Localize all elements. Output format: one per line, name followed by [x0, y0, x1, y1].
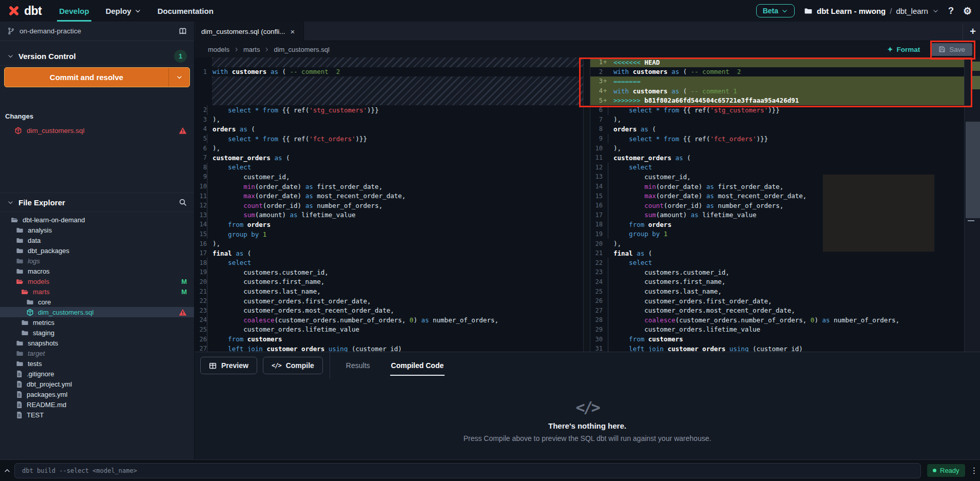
commit-dropdown-toggle[interactable]: [169, 74, 189, 81]
code-line[interactable]: 8 select: [195, 163, 583, 172]
tree-item-tests[interactable]: tests: [0, 358, 194, 369]
code-line[interactable]: 24 customers.first_name,: [590, 277, 964, 287]
tree-item-analysis[interactable]: analysis: [0, 225, 194, 235]
code-line[interactable]: 25 customer_orders.lifetime_value: [195, 325, 583, 335]
file-explorer-header[interactable]: File Explorer: [0, 193, 194, 212]
tree-item-marts[interactable]: martsM: [0, 286, 194, 297]
breadcrumb-marts[interactable]: marts: [243, 46, 260, 53]
code-line[interactable]: 12 count(order_id) as number_of_orders,: [195, 201, 583, 210]
tree-item-dbt-learn-on-demand[interactable]: dbt-learn-on-demand: [0, 215, 194, 225]
code-line[interactable]: 11 max(order_date) as most_recent_order_…: [195, 191, 583, 201]
code-line[interactable]: 30 from customers: [590, 334, 964, 344]
code-line[interactable]: 15 group by 1: [195, 229, 583, 239]
docs-book-icon[interactable]: [179, 27, 187, 35]
tree-item-core[interactable]: core: [0, 297, 194, 307]
code-line[interactable]: 31 left join customer_orders using (cust…: [590, 344, 964, 352]
nav-item-develop[interactable]: Develop: [51, 0, 97, 22]
code-line[interactable]: 4+with customers as ( -- comment 1: [590, 86, 964, 96]
code-line[interactable]: 20 customers.first_name,: [195, 277, 583, 287]
code-line[interactable]: 14 from orders: [195, 220, 583, 229]
tree-item-dbt-packages[interactable]: dbt_packages: [0, 245, 194, 256]
code-line[interactable]: 10 min(order_date) as first_order_date,: [195, 182, 583, 191]
tree-item-dim-customers-sql[interactable]: dim_customers.sql: [0, 307, 194, 317]
code-line[interactable]: 27 customer_orders.most_recent_order_dat…: [590, 305, 964, 315]
help-button[interactable]: ?: [948, 6, 954, 15]
tab-compiled-code[interactable]: Compiled Code: [386, 352, 449, 379]
tree-item-metrics[interactable]: metrics: [0, 317, 194, 328]
code-line[interactable]: 25 customers.last_name,: [590, 286, 964, 296]
tree-item-target[interactable]: target: [0, 348, 194, 358]
code-line[interactable]: 3),: [195, 115, 583, 125]
dbt-logo[interactable]: dbt: [0, 4, 51, 18]
code-line[interactable]: 26 from customers: [195, 334, 583, 344]
status-ready-badge[interactable]: Ready: [927, 464, 965, 477]
code-line[interactable]: 5+>>>>>>> b81f802a66fd544504c65721e3ffaa…: [590, 95, 964, 105]
tree-item-packages-yml[interactable]: packages.yml: [0, 389, 194, 399]
project-selector[interactable]: dbt Learn - mwong / dbt_learn: [804, 7, 939, 15]
tree-item-dbt-project-yml[interactable]: dbt_project.yml: [0, 379, 194, 389]
tree-item-staging[interactable]: staging: [0, 328, 194, 338]
branch-row[interactable]: on-demand-practice: [0, 22, 194, 41]
code-line[interactable]: 9 select * from {{ ref('fct_orders')}}: [590, 134, 964, 144]
beta-toggle[interactable]: Beta: [756, 4, 795, 17]
code-line[interactable]: 17final as (: [195, 248, 583, 258]
pane-divider[interactable]: [583, 57, 590, 352]
scrollbar-thumb[interactable]: [966, 122, 980, 218]
code-line[interactable]: 10),: [590, 143, 964, 153]
tree-item-snapshots[interactable]: snapshots: [0, 338, 194, 348]
tree-item-data[interactable]: data: [0, 235, 194, 245]
new-tab-button[interactable]: +: [970, 26, 976, 37]
tree-item-readme-md[interactable]: README.md: [0, 399, 194, 410]
code-line[interactable]: 22 customer_orders.first_order_date,: [195, 296, 583, 306]
tree-item-macros[interactable]: macros: [0, 266, 194, 276]
code-line[interactable]: 19 customers.customer_id,: [195, 267, 583, 277]
code-line[interactable]: 6 select * from {{ ref('stg_customers')}…: [590, 105, 964, 115]
preview-button[interactable]: Preview: [200, 357, 257, 374]
save-button[interactable]: Save: [931, 43, 972, 56]
code-line[interactable]: 2 select * from {{ ref('stg_customers')}…: [195, 105, 583, 115]
tree-item--gitignore[interactable]: .gitignore: [0, 369, 194, 379]
code-line[interactable]: 3+=======: [590, 76, 964, 86]
code-line[interactable]: 22 select: [590, 258, 964, 267]
nav-item-deploy[interactable]: Deploy: [98, 0, 149, 22]
tree-item-models[interactable]: modelsM: [0, 276, 194, 286]
code-line[interactable]: 9 customer_id,: [195, 172, 583, 182]
code-line[interactable]: 8orders as (: [590, 124, 964, 134]
tab-close-icon[interactable]: ×: [291, 27, 295, 36]
tree-item-logs[interactable]: logs: [0, 256, 194, 266]
code-line[interactable]: 12 select: [590, 163, 964, 172]
search-icon[interactable]: [179, 198, 187, 206]
editor-pane-left[interactable]: 1with customers as ( -- comment 22 selec…: [195, 57, 583, 352]
version-control-header[interactable]: Version Control 1: [0, 47, 194, 66]
editor-scrollbar[interactable]: [964, 57, 980, 352]
tree-item-test[interactable]: TEST: [0, 410, 194, 420]
code-line[interactable]: 6),: [195, 143, 583, 153]
tab-results[interactable]: Results: [341, 352, 375, 379]
changed-file-row[interactable]: dim_customers.sql: [0, 124, 194, 137]
expand-console-chevron[interactable]: [0, 467, 14, 474]
code-line[interactable]: 1+<<<<<<< HEAD: [590, 57, 964, 67]
settings-gear-button[interactable]: ⚙: [963, 6, 972, 16]
code-line[interactable]: 7),: [590, 115, 964, 125]
command-input[interactable]: [14, 463, 921, 478]
code-line[interactable]: 23 customer_orders.most_recent_order_dat…: [195, 305, 583, 315]
breadcrumb-models[interactable]: models: [208, 46, 229, 53]
code-line[interactable]: 2with customers as ( -- comment 2: [590, 67, 964, 77]
code-line[interactable]: 29 customer_orders.lifetime_value: [590, 325, 964, 335]
code-line[interactable]: 23 customers.customer_id,: [590, 267, 964, 277]
code-line[interactable]: 16),: [195, 239, 583, 248]
code-line[interactable]: 28 coalesce(customer_orders.number_of_or…: [590, 315, 964, 325]
code-line[interactable]: 21 customers.last_name,: [195, 286, 583, 296]
code-line[interactable]: 1with customers as ( -- comment 2: [195, 67, 583, 77]
code-line[interactable]: 7customer_orders as (: [195, 153, 583, 163]
code-line[interactable]: 27 left join customer_orders using (cust…: [195, 344, 583, 352]
code-line[interactable]: 11customer_orders as (: [590, 153, 964, 163]
scrollbar-handle[interactable]: [968, 220, 974, 221]
nav-item-documentation[interactable]: Documentation: [149, 0, 222, 22]
compile-button[interactable]: </> Compile: [263, 357, 323, 374]
format-button[interactable]: ✦ Format: [887, 45, 920, 53]
kebab-menu-icon[interactable]: ⋮: [970, 466, 978, 475]
code-line[interactable]: 18 select: [195, 258, 583, 267]
tab-dim-customers[interactable]: dim_customers.sql (confli... ×: [195, 22, 304, 41]
code-line[interactable]: 24 coalesce(customer_orders.number_of_or…: [195, 315, 583, 325]
